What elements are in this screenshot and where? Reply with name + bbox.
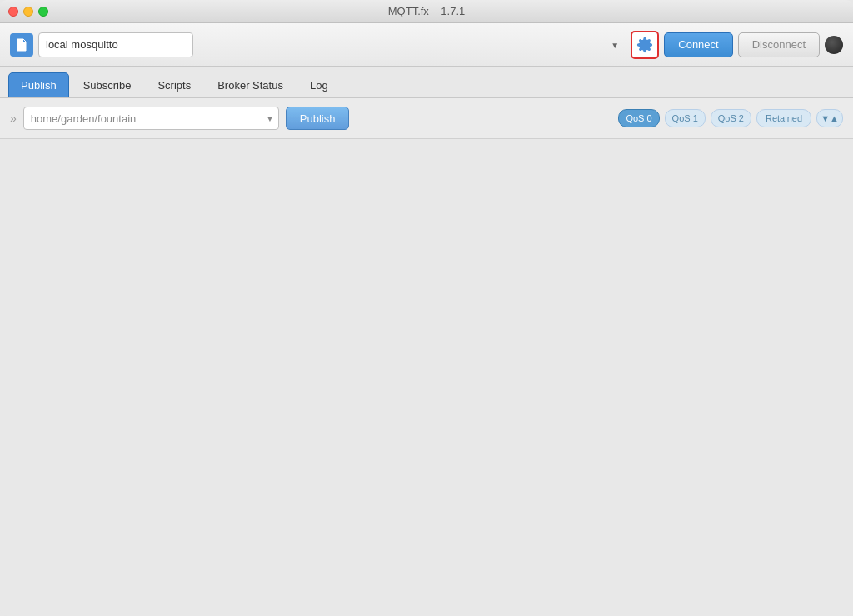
topic-dropdown-icon[interactable]: ▼ <box>266 114 274 123</box>
tab-publish[interactable]: Publish <box>8 72 69 97</box>
tab-bar: Publish Subscribe Scripts Broker Status … <box>0 67 853 98</box>
disconnect-button[interactable]: Disconnect <box>738 32 820 57</box>
qos1-button[interactable]: QoS 1 <box>665 109 706 127</box>
toolbar: Connect Disconnect <box>0 23 853 67</box>
connection-selector[interactable] <box>38 32 626 57</box>
publish-button[interactable]: Publish <box>286 107 350 130</box>
maximize-button[interactable] <box>38 7 48 17</box>
title-bar: MQTT.fx – 1.7.1 <box>0 0 853 23</box>
qos0-button[interactable]: QoS 0 <box>618 109 659 127</box>
tab-broker-status[interactable]: Broker Status <box>205 72 296 97</box>
extra-options-button[interactable]: ▼▲ <box>816 109 843 127</box>
tab-subscribe[interactable]: Subscribe <box>71 72 144 97</box>
retained-button[interactable]: Retained <box>756 109 811 127</box>
profile-icon <box>10 33 33 57</box>
settings-button[interactable] <box>631 31 659 59</box>
connection-status-dot <box>825 36 843 54</box>
connect-button[interactable]: Connect <box>664 32 732 57</box>
publish-bar: » ▼ Publish QoS 0 QoS 1 QoS 2 Retained ▼… <box>0 98 853 139</box>
document-icon <box>15 38 28 52</box>
publish-content-area <box>0 139 853 616</box>
qos-group: QoS 0 QoS 1 QoS 2 Retained ▼▲ <box>618 109 843 127</box>
tab-scripts[interactable]: Scripts <box>145 72 203 97</box>
gear-icon <box>636 37 653 53</box>
main-content: » ▼ Publish QoS 0 QoS 1 QoS 2 Retained ▼… <box>0 98 853 616</box>
window-controls <box>8 7 48 17</box>
close-button[interactable] <box>8 7 18 17</box>
window-title: MQTT.fx – 1.7.1 <box>388 5 465 17</box>
qos2-button[interactable]: QoS 2 <box>711 109 751 127</box>
tab-log[interactable]: Log <box>297 72 341 97</box>
svg-rect-0 <box>19 44 24 45</box>
svg-rect-2 <box>19 47 22 48</box>
topic-input[interactable] <box>23 107 279 130</box>
expand-arrow-icon[interactable]: » <box>10 112 17 125</box>
topic-selector[interactable]: ▼ <box>23 107 279 130</box>
connection-input[interactable] <box>38 32 193 57</box>
svg-rect-1 <box>19 46 24 47</box>
minimize-button[interactable] <box>23 7 33 17</box>
